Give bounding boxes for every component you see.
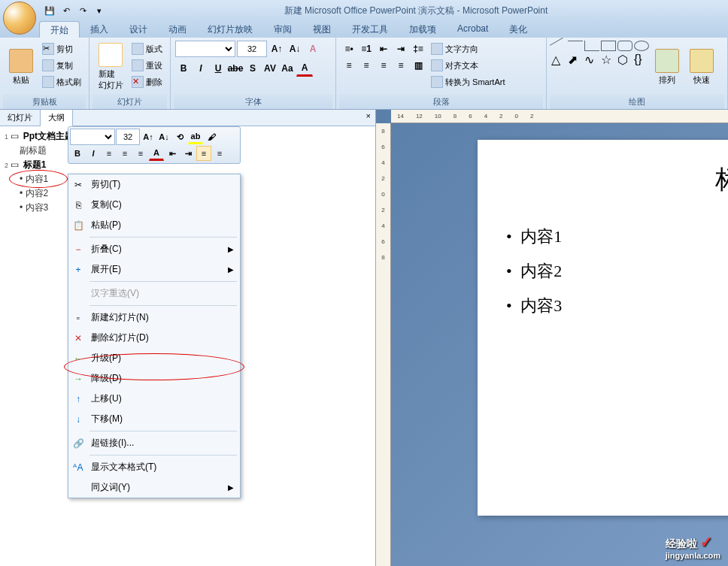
panel-tab-slides[interactable]: 幻灯片 [0,110,41,126]
shape-rect-icon[interactable] [601,41,616,51]
decrease-indent-button[interactable]: ⇤ [375,41,392,57]
slide-bullet-3[interactable]: 内容3 [493,289,728,323]
shrink-font-button[interactable]: A↓ [287,41,303,57]
tab-acrobat[interactable]: Acrobat [447,21,499,38]
mini-bullets[interactable]: ≡ [196,146,211,161]
clear-format-button[interactable]: A [305,41,321,57]
shape-arrow-icon[interactable]: ⬈ [568,53,583,63]
char-spacing-button[interactable]: AV [262,60,278,77]
slide-title-text[interactable]: 标 [493,162,728,197]
slide-bullet-2[interactable]: 内容2 [493,254,728,289]
slide-1-title[interactable]: Ppt文档主题 [23,131,74,141]
format-painter-button[interactable]: 格式刷 [39,74,84,90]
panel-close-button[interactable]: × [362,110,375,126]
mini-size-select[interactable] [116,129,140,145]
tab-dev[interactable]: 开发工具 [341,21,399,38]
tab-animation[interactable]: 动画 [158,21,197,38]
slide-bullet-1[interactable]: 内容1 [493,219,728,254]
arrange-button[interactable]: 排列 [651,41,684,93]
paste-button[interactable]: 粘贴 [5,41,38,93]
align-right-button[interactable]: ≡ [375,57,392,74]
shape-star-icon[interactable]: ☆ [601,53,616,63]
qat-dropdown[interactable]: ▾ [92,3,107,18]
text-direction-button[interactable]: 文字方向 [428,41,508,57]
ctx-expand[interactable]: +展开(E)▶ [68,259,240,280]
panel-tab-outline[interactable]: 大纲 [41,110,73,126]
shape-brace-icon[interactable]: {} [634,53,649,63]
grow-font-button[interactable]: A↑ [268,41,285,57]
tab-home[interactable]: 开始 [39,21,80,38]
save-button[interactable]: 💾 [42,3,57,18]
justify-button[interactable]: ≡ [393,57,409,74]
mini-dec-indent[interactable]: ⇤ [165,146,180,161]
align-left-button[interactable]: ≡ [341,57,357,74]
shadow-button[interactable]: S [244,60,261,77]
tab-insert[interactable]: 插入 [80,21,119,38]
bold-button[interactable]: B [175,60,192,77]
font-size-select[interactable] [237,41,267,57]
ctx-show-fmt[interactable]: ᴬA显示文本格式(T) [68,457,240,477]
ctx-paste[interactable]: 📋粘贴(P) [68,215,240,235]
ctx-delete-slide[interactable]: ✕删除幻灯片(D) [68,328,240,348]
font-color-button[interactable]: A [296,60,313,77]
tab-design[interactable]: 设计 [119,21,158,38]
outline-body[interactable]: 1 ▭ Ppt文档主题 副标题 2 ▭ 标题1 内容1 内容2 内容3 A↑ [0,126,375,566]
change-case-button[interactable]: Aa [279,60,296,77]
mini-format-painter[interactable]: 🖌 [204,129,219,144]
mini-align-left[interactable]: ≡ [102,146,117,161]
strikethrough-button[interactable]: abe [227,60,244,77]
cut-button[interactable]: ✂剪切 [39,41,84,57]
shape-curve-icon[interactable]: ∿ [584,53,599,63]
tab-beautify[interactable]: 美化 [499,21,538,38]
mini-bold[interactable]: B [70,146,85,161]
delete-slide-button[interactable]: ✕删除 [129,74,165,90]
tab-view[interactable]: 视图 [302,21,341,38]
bullets-button[interactable]: ≡• [341,41,357,57]
ctx-move-down[interactable]: ↓下移(M) [68,409,240,429]
new-slide-button[interactable]: 新建 幻灯片 [94,41,127,93]
increase-indent-button[interactable]: ⇥ [393,41,409,57]
shape-tri-icon[interactable]: △ [551,53,566,63]
ctx-copy[interactable]: ⎘复制(C) [68,195,240,215]
mini-italic[interactable]: I [86,146,101,161]
italic-button[interactable]: I [193,60,209,77]
mini-font-color[interactable]: A [149,146,164,161]
slide-canvas[interactable]: 标 内容1 内容2 内容3 [478,140,728,516]
mini-shrink-font[interactable]: A↓ [156,129,171,144]
shape-line2-icon[interactable] [568,41,583,51]
columns-button[interactable]: ▥ [410,57,426,74]
ctx-hyperlink[interactable]: 🔗超链接(I)... [68,433,240,453]
ctx-new-slide[interactable]: ▫新建幻灯片(N) [68,307,240,328]
quick-styles-button[interactable]: 快速 [685,41,718,93]
line-spacing-button[interactable]: ‡≡ [410,41,426,57]
smartart-button[interactable]: 转换为 SmartArt [428,74,508,90]
ctx-move-up[interactable]: ↑上移(U) [68,389,240,409]
mini-highlight[interactable]: ab [188,129,203,144]
mini-clear-fmt[interactable]: ⟲ [172,129,187,144]
shape-hex-icon[interactable]: ⬡ [617,53,632,63]
tab-addins[interactable]: 加载项 [399,21,447,38]
ctx-collapse[interactable]: −折叠(C)▶ [68,239,240,259]
redo-button[interactable]: ↷ [75,3,90,18]
ctx-synonyms[interactable]: 同义词(Y)▶ [68,477,240,498]
ctx-demote[interactable]: →降级(D) [68,368,240,389]
shape-rrect-icon[interactable] [617,41,632,51]
office-button[interactable] [3,2,36,35]
ctx-cut[interactable]: ✂剪切(T) [68,174,240,195]
tab-review[interactable]: 审阅 [263,21,302,38]
underline-button[interactable]: U [210,60,226,77]
mini-inc-indent[interactable]: ⇥ [180,146,196,161]
mini-font-select[interactable] [70,129,115,145]
numbering-button[interactable]: ≡1 [358,41,375,57]
align-text-button[interactable]: 对齐文本 [428,57,508,74]
slide-2-title[interactable]: 标题1 [23,159,47,170]
mini-grow-font[interactable]: A↑ [141,129,156,144]
mini-align-right[interactable]: ≡ [133,146,148,161]
layout-button[interactable]: 版式 [129,41,165,57]
copy-button[interactable]: 复制 [39,57,84,74]
horizontal-ruler[interactable]: 141210864202 [391,110,728,123]
mini-numbering[interactable]: ≡ [212,146,227,161]
reset-button[interactable]: 重设 [129,57,165,74]
align-center-button[interactable]: ≡ [358,57,375,74]
tab-slideshow[interactable]: 幻灯片放映 [197,21,263,38]
